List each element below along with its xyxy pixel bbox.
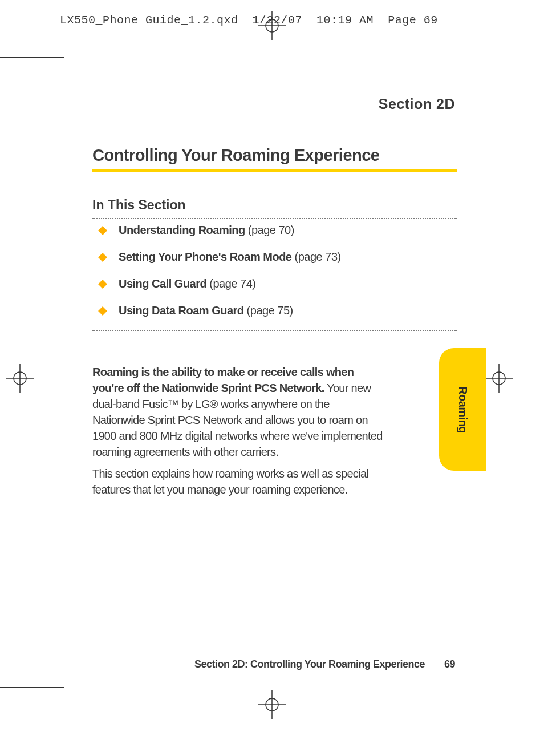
dotted-divider (92, 330, 457, 331)
svg-marker-15 (98, 306, 107, 316)
toc-item: Using Data Roam Guard (page 75) (92, 304, 457, 317)
crop-mark (482, 0, 482, 57)
registration-mark-icon (258, 11, 286, 40)
toc-item: Setting Your Phone's Roam Mode (page 73) (92, 250, 457, 264)
svg-marker-14 (98, 280, 107, 289)
header-time: 10:19 AM (316, 14, 374, 27)
svg-marker-13 (98, 253, 107, 262)
page-content: Section 2D Controlling Your Roaming Expe… (64, 57, 482, 688)
toc-text: Using Call Guard (page 74) (119, 277, 255, 290)
print-header: LX550_Phone Guide_1.2.qxd 1/22/07 10:19 … (60, 14, 438, 27)
header-filename: LX550_Phone Guide_1.2.qxd (60, 14, 238, 27)
toc-item: Understanding Roaming (page 70) (92, 224, 457, 237)
diamond-bullet-icon (98, 280, 107, 289)
diamond-bullet-icon (98, 253, 107, 262)
diamond-bullet-icon (98, 306, 107, 316)
crop-mark (0, 687, 64, 688)
page-footer: Section 2D: Controlling Your Roaming Exp… (194, 658, 455, 670)
toc-item: Using Call Guard (page 74) (92, 277, 457, 290)
side-tab: Roaming (439, 348, 486, 471)
diamond-bullet-icon (98, 226, 107, 235)
title-underline (92, 169, 457, 172)
footer-page-number: 69 (444, 658, 455, 670)
body-paragraph: This section explains how roaming works … (92, 466, 384, 498)
crop-mark (64, 688, 64, 756)
side-tab-label: Roaming (456, 386, 469, 432)
registration-mark-icon (258, 690, 286, 719)
toc-text: Using Data Roam Guard (page 75) (119, 304, 293, 317)
registration-mark-icon (6, 364, 34, 393)
toc-text: Understanding Roaming (page 70) (119, 224, 294, 237)
footer-label: Section 2D: Controlling Your Roaming Exp… (194, 658, 425, 670)
dotted-divider (92, 218, 457, 219)
in-this-section-heading: In This Section (92, 197, 186, 213)
toc-list: Understanding Roaming (page 70) Setting … (92, 224, 457, 331)
header-page: Page 69 (388, 14, 438, 27)
crop-mark (0, 57, 64, 58)
page-title: Controlling Your Roaming Experience (92, 146, 380, 165)
crop-mark (64, 0, 64, 57)
body-text: Roaming is the ability to make or receiv… (92, 364, 384, 503)
registration-mark-icon (485, 364, 513, 393)
svg-marker-12 (98, 226, 107, 235)
body-paragraph: Roaming is the ability to make or receiv… (92, 364, 384, 460)
toc-text: Setting Your Phone's Roam Mode (page 73) (119, 250, 341, 264)
section-label: Section 2D (379, 96, 455, 112)
